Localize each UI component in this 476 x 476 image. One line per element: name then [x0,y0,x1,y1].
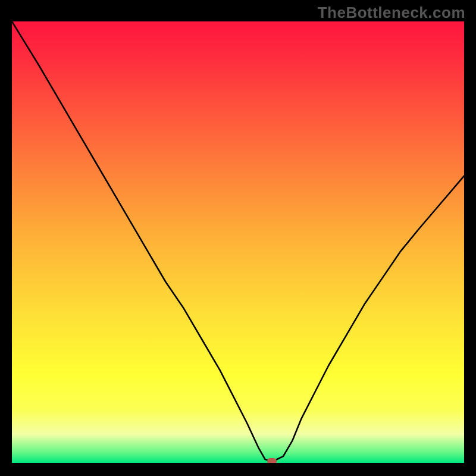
watermark-text: TheBottleneck.com [318,4,465,22]
chart-plot-area [12,21,464,463]
chart-frame: TheBottleneck.com [0,0,476,476]
optimum-marker-icon [267,458,277,463]
chart-background [12,21,464,463]
chart-svg [12,21,464,463]
